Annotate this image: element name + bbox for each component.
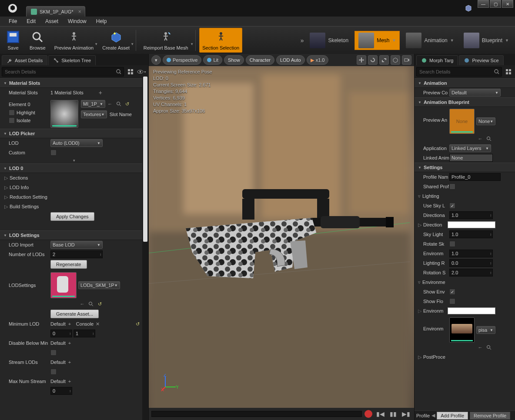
rotate-checkbox[interactable] — [449, 241, 455, 247]
search-input[interactable]: Search Details — [416, 67, 502, 77]
arrow-left-icon[interactable]: ← — [476, 343, 484, 351]
subcat-lighting[interactable]: ▿Lighting — [415, 191, 515, 201]
browse-button[interactable]: Browse — [27, 28, 48, 52]
expand-postprocess[interactable]: ▷PostProce — [415, 352, 515, 362]
pause-button[interactable]: ▮▮ — [388, 410, 398, 417]
env-color[interactable] — [448, 307, 495, 314]
next-frame-button[interactable]: ▶▮ — [401, 410, 411, 417]
regenerate-button[interactable]: Regenerate — [50, 260, 87, 269]
add-icon[interactable]: + — [66, 320, 74, 328]
find-icon[interactable] — [485, 343, 493, 351]
category-animation[interactable]: ▼Animation — [415, 78, 515, 88]
category-lod0[interactable]: ▼LOD 0 — [0, 163, 148, 173]
animbp-thumbnail[interactable]: None — [449, 109, 475, 134]
isolate-checkbox[interactable] — [9, 117, 15, 123]
cubemap-select[interactable]: pisa▼ — [476, 326, 495, 334]
direction-color[interactable] — [448, 221, 495, 228]
lodsettings-select[interactable]: LODs_SKM_1P▼ — [78, 281, 120, 289]
tab-skeleton-tree[interactable]: Skeleton Tree — [48, 55, 96, 65]
subcat-environment[interactable]: ▿Environme — [415, 277, 515, 287]
reset-icon[interactable]: ↺ — [134, 320, 141, 328]
maximize-button[interactable]: ▢ — [490, 0, 501, 8]
remove-profile-button[interactable]: Remove Profile — [470, 412, 510, 420]
rotation-input[interactable]: 2.0↕ — [449, 269, 493, 277]
prev-frame-button[interactable]: ▮◀ — [375, 410, 386, 417]
highlight-checkbox[interactable] — [9, 110, 15, 116]
directional-input[interactable]: 1.0↕ — [449, 211, 493, 219]
expand-reduction[interactable]: ▷Reduction Setting — [0, 192, 148, 202]
find-icon[interactable] — [115, 100, 123, 108]
grid-view-icon[interactable] — [126, 67, 135, 77]
lit-button[interactable]: Lit — [203, 55, 222, 65]
material-select[interactable]: MI_1P_▼ — [81, 100, 105, 108]
linked-anim-input[interactable]: None — [449, 154, 493, 162]
textures-select[interactable]: Textures▼ — [81, 110, 107, 118]
chevron-right-icon[interactable]: » — [301, 37, 304, 44]
disable-checkbox[interactable] — [50, 350, 57, 356]
category-settings[interactable]: ▼Settings — [415, 163, 515, 172]
showfloor-checkbox[interactable] — [449, 298, 455, 304]
preview-animation-button[interactable]: Preview Animation ▼ — [52, 28, 97, 52]
add-profile-button[interactable]: Add Profile — [437, 412, 468, 420]
lod-auto-button[interactable]: LOD Auto — [276, 55, 305, 65]
reset-icon[interactable]: ↺ — [124, 100, 131, 108]
cube-tool-icon[interactable] — [391, 55, 400, 65]
remove-icon[interactable]: ✕ — [94, 320, 101, 328]
expand-direction[interactable]: ▷Direction — [415, 220, 515, 230]
custom-checkbox[interactable] — [50, 150, 57, 156]
showenv-checkbox[interactable] — [449, 289, 455, 295]
viewport[interactable]: Previewing Reference Pose LOD: 0 Current… — [149, 66, 414, 408]
minlod-b-input[interactable]: 1↕ — [74, 330, 95, 337]
application-select[interactable]: Linked Layers▼ — [449, 144, 491, 152]
search-input[interactable]: Search Details — [2, 67, 124, 77]
reset-icon[interactable]: ↺ — [96, 300, 104, 308]
minlod-a-input[interactable]: 0↕ — [50, 330, 72, 337]
preview-controller-select[interactable]: Default▼ — [449, 89, 501, 97]
scale-tool-icon[interactable] — [379, 55, 389, 65]
expand-build[interactable]: ▷Build Settings — [0, 202, 148, 211]
profile-name-input[interactable]: Profile_0 — [449, 173, 501, 181]
menu-file[interactable]: File — [4, 17, 21, 26]
eye-icon[interactable]: ▼ — [137, 67, 147, 77]
find-icon[interactable] — [87, 300, 95, 308]
env-input[interactable]: 1.0↕ — [449, 250, 493, 257]
add-icon[interactable]: + — [66, 358, 74, 366]
document-tab[interactable]: SKM_1P_AUG* × — [26, 6, 85, 17]
tab-asset-details[interactable]: Asset Details — [2, 55, 47, 65]
arrow-left-icon[interactable]: ← — [106, 100, 114, 108]
cubemap-thumbnail[interactable] — [449, 317, 475, 343]
menu-edit[interactable]: Edit — [22, 17, 40, 26]
category-material-slots[interactable]: ▼Material Slots — [0, 78, 148, 88]
lod-import-select[interactable]: Base LOD▼ — [50, 241, 103, 249]
grid-view-icon[interactable] — [504, 67, 513, 77]
caret-down-icon[interactable]: ▼ — [392, 38, 396, 43]
skylight-checkbox[interactable] — [449, 203, 455, 209]
generate-asset-button[interactable]: Generate Asset... — [50, 310, 99, 318]
viewport-options[interactable]: ▾ — [151, 55, 161, 65]
move-tool-icon[interactable] — [357, 55, 366, 65]
lodsettings-thumbnail[interactable] — [50, 272, 77, 298]
mode-skeleton[interactable]: Skeleton — [306, 31, 352, 50]
num-lods-input[interactable]: 2↕ — [50, 250, 103, 258]
section-selection-button[interactable]: Section Selection — [199, 28, 242, 53]
menu-window[interactable]: Window — [64, 17, 91, 26]
expand-envcolor[interactable]: ▷Environm — [415, 306, 515, 316]
save-button[interactable]: Save — [3, 28, 23, 52]
create-asset-button[interactable]: ✦ Create Asset ▼ — [100, 28, 132, 52]
close-icon[interactable]: × — [78, 9, 81, 15]
timeline-scrubber[interactable] — [151, 411, 362, 417]
perspective-button[interactable]: Perspective — [163, 55, 201, 65]
add-icon[interactable]: + — [66, 339, 74, 347]
find-icon[interactable] — [485, 135, 493, 143]
expand-lodinfo[interactable]: ▷LOD Info — [0, 183, 148, 192]
record-button[interactable] — [365, 410, 372, 418]
reimport-button[interactable]: Reimport Base Mesh ▼ — [140, 28, 192, 52]
arrow-left-icon[interactable]: ← — [78, 300, 86, 308]
arrow-left-icon[interactable]: ← — [476, 135, 484, 143]
expand-sections[interactable]: ▷Sections — [0, 173, 148, 183]
stream-checkbox[interactable] — [50, 369, 57, 375]
tab-preview-scene[interactable]: Preview Sce — [459, 55, 503, 65]
prev-profile-button[interactable]: ◀ — [431, 413, 435, 418]
close-button[interactable]: ✕ — [502, 0, 513, 8]
mode-mesh[interactable]: Mesh ▼ — [354, 31, 400, 50]
